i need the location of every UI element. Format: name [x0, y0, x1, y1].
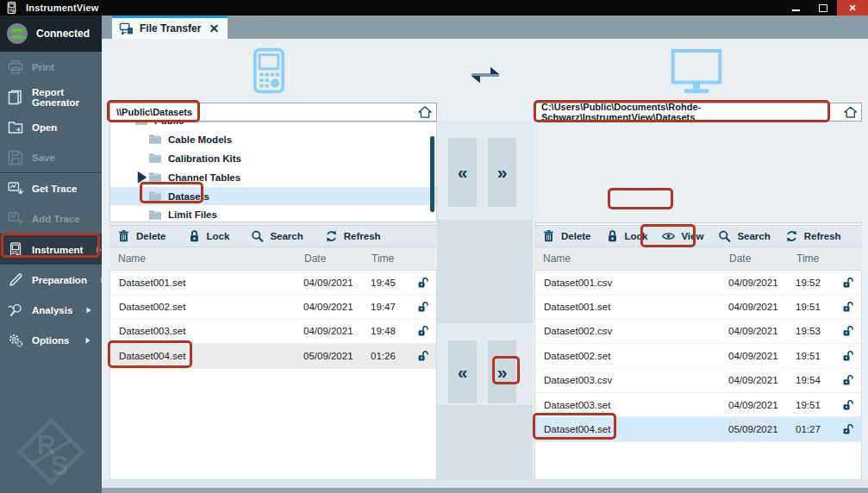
file-date: 04/09/2021 [728, 351, 796, 361]
unlock-icon [842, 423, 854, 435]
lock-cell[interactable] [835, 301, 861, 313]
lock-cell[interactable] [835, 350, 861, 362]
unlock-icon [417, 350, 429, 362]
add-trace-icon [8, 211, 23, 227]
pc-path-field[interactable]: C:\Users\Public\Documents\Rohde-Schwarz\… [534, 103, 862, 122]
tab-file-transfer[interactable]: File Transfer ✕ [112, 16, 228, 39]
instrument-path-field[interactable]: \\Public\Datasets [109, 103, 437, 122]
file-date: 04/09/2021 [728, 302, 796, 312]
sidebar-item-add-trace[interactable]: Add Trace [0, 203, 102, 234]
search-button[interactable]: Search [718, 229, 770, 243]
sidebar-item-analysis[interactable]: Analysis [0, 295, 102, 325]
column-header-date: Date [729, 253, 796, 265]
file-row-dataset003-set[interactable]: Dataset003.set04/09/202119:51 [535, 393, 861, 417]
sidebar-item-preparation[interactable]: Preparation [0, 265, 102, 295]
refresh-button[interactable]: Refresh [785, 229, 841, 243]
middle-column-block1 [437, 220, 533, 323]
tree-item-calibration-kits[interactable]: Calibration Kits [110, 149, 436, 168]
pc-file-table: Dataset001.csv04/09/202119:52Dataset001.… [534, 271, 862, 480]
sidebar-item-save[interactable]: Save [0, 142, 102, 172]
search-button[interactable]: Search [251, 229, 303, 243]
file-row-dataset001-set[interactable]: Dataset001.set04/09/202119:45 [110, 271, 436, 295]
sidebar-item-label: Report Generator [32, 87, 96, 108]
file-time: 19:53 [796, 326, 835, 336]
unlock-icon [417, 301, 429, 313]
file-row-dataset001-set[interactable]: Dataset001.set04/09/202119:51 [535, 295, 861, 319]
expander-icon[interactable] [136, 173, 148, 181]
tree-item-public[interactable]: Public [110, 122, 436, 130]
lock-cell[interactable] [835, 399, 861, 411]
connected-status[interactable]: Connected [0, 16, 102, 52]
get-trace-icon [8, 181, 23, 197]
file-row-dataset003-csv[interactable]: Dataset003.csv04/09/202119:54 [535, 369, 861, 393]
home-icon[interactable] [418, 106, 432, 118]
refresh-icon [325, 229, 338, 243]
unlock-icon [842, 301, 854, 313]
folder-icon [148, 190, 162, 202]
tree-scrollbar[interactable] [430, 136, 434, 212]
lock-cell[interactable] [835, 277, 861, 289]
file-name: Dataset002.set [110, 302, 303, 312]
home-icon[interactable] [844, 106, 857, 118]
unlock-icon [842, 350, 854, 362]
sidebar-item-open[interactable]: Open [0, 112, 102, 142]
copy-to-instrument-button-bottom[interactable]: « [448, 340, 477, 403]
lock-cell[interactable] [835, 325, 861, 337]
copy-to-instrument-button-top[interactable]: « [448, 138, 477, 207]
window-title: InstrumentView [26, 3, 99, 13]
pc-path-text: C:\Users\Public\Documents\Rohde-Schwarz\… [541, 102, 844, 122]
pc-table-header: Name Date Time [534, 247, 862, 271]
lock-cell[interactable] [410, 325, 436, 337]
lock-cell[interactable] [410, 301, 436, 313]
tree-item-cable-models[interactable]: Cable Models [110, 130, 436, 149]
file-row-dataset003-set[interactable]: Dataset003.set04/09/202119:48 [110, 320, 436, 344]
toolbar-button-label: Search [270, 231, 303, 241]
file-row-dataset004-set[interactable]: Dataset004.set05/09/202101:26 [110, 344, 436, 368]
sidebar-item-label: Print [32, 62, 54, 72]
maximize-icon[interactable] [809, 0, 837, 16]
close-icon[interactable]: ✕ [837, 0, 868, 16]
instrument-folder-tree: PublicCable ModelsCalibration KitsChanne… [109, 122, 437, 222]
tree-item-datasets[interactable]: Datasets [110, 187, 436, 206]
sidebar-item-options[interactable]: Options [0, 325, 102, 355]
bottom-strip [102, 480, 868, 488]
trash-icon [117, 229, 130, 243]
view-button[interactable]: View [662, 229, 703, 243]
sidebar-item-instrument[interactable]: Instrument [0, 234, 102, 265]
file-date: 04/09/2021 [728, 326, 796, 336]
lock-button[interactable]: Lock [606, 229, 648, 243]
file-row-dataset004-set[interactable]: Dataset004.set05/09/202101:27 [535, 417, 861, 441]
copy-to-pc-button-top[interactable]: » [488, 138, 516, 207]
file-time: 19:51 [796, 351, 835, 361]
column-header-name: Name [109, 253, 304, 265]
tab-label: File Transfer [140, 22, 201, 34]
folder-icon [148, 209, 162, 221]
tree-item-channel-tables[interactable]: Channel Tables [110, 168, 436, 187]
eye-icon [662, 229, 675, 243]
sidebar-menu: PrintReport GeneratorOpenSaveGet TraceAd… [0, 52, 102, 355]
file-row-dataset002-set[interactable]: Dataset002.set04/09/202119:47 [110, 295, 436, 319]
sidebar-item-report-generator[interactable]: Report Generator [0, 82, 102, 112]
file-date: 04/09/2021 [303, 278, 371, 288]
delete-button[interactable]: Delete [117, 229, 166, 243]
lock-cell[interactable] [410, 350, 436, 362]
connected-label: Connected [36, 28, 90, 40]
refresh-button[interactable]: Refresh [325, 229, 381, 243]
delete-button[interactable]: Delete [542, 229, 591, 243]
file-row-dataset001-csv[interactable]: Dataset001.csv04/09/202119:52 [535, 271, 861, 295]
lock-cell[interactable] [835, 423, 861, 435]
lock-cell[interactable] [410, 277, 436, 289]
file-row-dataset002-set[interactable]: Dataset002.set04/09/202119:51 [535, 344, 861, 368]
file-time: 19:45 [371, 278, 410, 288]
minimize-icon[interactable] [782, 0, 809, 16]
lock-cell[interactable] [835, 374, 861, 386]
copy-to-pc-button-bottom[interactable]: » [488, 340, 516, 403]
tab-close-icon[interactable]: ✕ [209, 22, 219, 34]
sidebar-item-label: Open [32, 122, 57, 133]
sidebar-item-print[interactable]: Print [0, 52, 102, 82]
lock-button[interactable]: Lock [188, 229, 230, 243]
tree-item-limit-files[interactable]: Limit Files [110, 205, 436, 222]
sidebar-item-get-trace[interactable]: Get Trace [0, 173, 102, 203]
file-row-dataset002-csv[interactable]: Dataset002.csv04/09/202119:53 [535, 320, 861, 344]
unlock-icon [842, 325, 854, 337]
